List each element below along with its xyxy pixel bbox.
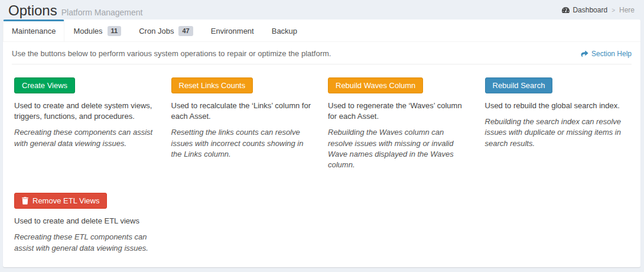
page-title-group: OptionsPlatform Management (8, 2, 142, 18)
tab-cron-jobs[interactable]: Cron Jobs 47 (130, 20, 202, 41)
page-subtitle: Platform Management (61, 8, 143, 17)
rebuild-waves-column-note: Rebuilding the Waves column can resolve … (328, 127, 471, 170)
page-title: Options (8, 2, 57, 18)
options-card: Maintenance Modules 11 Cron Jobs 47 Envi… (3, 20, 640, 267)
tab-cron-jobs-label: Cron Jobs (139, 27, 174, 35)
tab-modules[interactable]: Modules 11 (64, 20, 130, 41)
reset-links-counts-note: Resetting the links counts can resolve i… (171, 127, 314, 160)
remove-etl-views-label: Remove ETL Views (32, 196, 99, 205)
rebuild-waves-column-description: Used to regenerate the ‘Waves’ column fo… (328, 101, 471, 122)
action-reset-links-counts: Reset Links Counts Used to recalculate t… (171, 77, 314, 176)
action-remove-etl-views: Remove ETL Views Used to create and dele… (14, 193, 157, 260)
tab-backup[interactable]: Backup (263, 20, 306, 41)
divider (12, 64, 632, 64)
section-help-label: Section Help (591, 50, 632, 58)
breadcrumb-dashboard-link[interactable]: Dashboard (562, 6, 607, 14)
content-header: OptionsPlatform Management Dashboard > H… (0, 0, 644, 20)
breadcrumb-current: Here (619, 6, 635, 14)
tab-bar: Maintenance Modules 11 Cron Jobs 47 Envi… (3, 20, 640, 42)
reset-links-counts-button[interactable]: Reset Links Counts (171, 77, 253, 93)
action-rebuild-search: Rebuild Search Used to rebuild the globa… (485, 77, 628, 176)
tab-environment-label: Environment (211, 27, 254, 35)
rebuild-search-note: Rebuilding the search index can resolve … (485, 116, 628, 149)
action-create-views: Create Views Used to create and delete s… (14, 77, 157, 176)
section-help-link[interactable]: Section Help (581, 50, 632, 58)
section-intro-row: Use the buttons below to perform various… (9, 49, 635, 58)
reset-links-counts-description: Used to recalculate the ‘Links’ column f… (171, 101, 314, 122)
trash-icon (22, 197, 28, 205)
remove-etl-views-button[interactable]: Remove ETL Views (14, 193, 107, 209)
create-views-description: Used to create and delete system views, … (14, 101, 157, 122)
create-views-note: Recreating these components can assist w… (14, 127, 157, 148)
create-views-button[interactable]: Create Views (14, 77, 75, 93)
maintenance-tab-content: Use the buttons below to perform various… (3, 42, 640, 265)
etl-actions-row: Remove ETL Views Used to create and dele… (9, 193, 635, 260)
tab-maintenance-label: Maintenance (12, 27, 56, 35)
tab-environment[interactable]: Environment (202, 20, 263, 41)
modules-count-badge: 11 (108, 26, 122, 36)
maintenance-actions-row: Create Views Used to create and delete s… (9, 77, 635, 176)
share-arrow-icon (581, 50, 588, 57)
rebuild-waves-column-button[interactable]: Rebuild Waves Column (328, 77, 423, 93)
remove-etl-views-description: Used to create and delete ETL views (14, 216, 157, 226)
cron-jobs-count-badge: 47 (178, 26, 193, 36)
rebuild-search-button[interactable]: Rebuild Search (485, 77, 553, 93)
breadcrumb: Dashboard > Here (562, 6, 635, 14)
remove-etl-views-note: Recreating these ETL components can assi… (14, 232, 157, 253)
tab-backup-label: Backup (272, 27, 297, 35)
section-intro-text: Use the buttons below to perform various… (12, 49, 331, 58)
action-rebuild-waves-column: Rebuild Waves Column Used to regenerate … (328, 77, 471, 176)
rebuild-search-description: Used to rebuild the global search index. (485, 101, 628, 111)
tab-maintenance[interactable]: Maintenance (3, 20, 64, 41)
tab-modules-label: Modules (73, 27, 102, 35)
breadcrumb-separator: > (612, 7, 615, 14)
dashboard-gauge-icon (562, 7, 570, 14)
breadcrumb-dashboard-label: Dashboard (573, 6, 607, 14)
